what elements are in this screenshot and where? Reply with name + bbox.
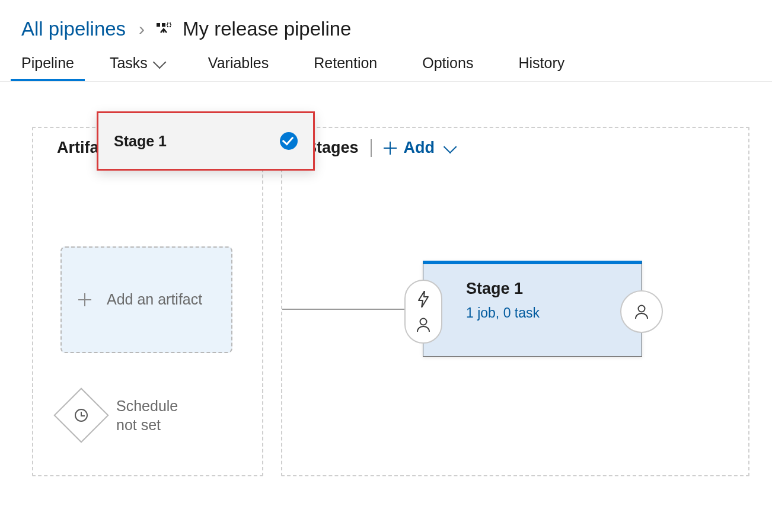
schedule-button[interactable]: Schedule not set bbox=[62, 396, 193, 435]
chevron-down-icon bbox=[153, 55, 167, 69]
post-deploy-conditions[interactable] bbox=[620, 290, 663, 333]
connector-line bbox=[282, 309, 425, 310]
breadcrumb-separator: › bbox=[139, 19, 145, 39]
tab-tasks[interactable]: Tasks bbox=[99, 46, 174, 81]
stages-panel: Stages Add Stage 1 bbox=[281, 127, 749, 476]
tab-tasks-label: Tasks bbox=[110, 55, 148, 72]
tasks-dropdown-item[interactable]: Stage 1 bbox=[97, 111, 315, 171]
stage-name: Stage 1 bbox=[466, 280, 631, 298]
schedule-label: Schedule not set bbox=[116, 396, 193, 435]
tab-history[interactable]: History bbox=[508, 46, 575, 81]
svg-point-4 bbox=[420, 319, 427, 325]
pre-deploy-conditions[interactable] bbox=[404, 280, 442, 344]
plus-icon bbox=[384, 142, 397, 155]
svg-point-5 bbox=[639, 306, 645, 312]
stage-tasks-link[interactable]: 1 job, 0 task bbox=[466, 305, 631, 321]
plus-icon bbox=[78, 293, 91, 306]
add-artifact-placeholder: Add an artifact bbox=[107, 290, 202, 310]
svg-rect-2 bbox=[167, 23, 171, 27]
clock-icon bbox=[75, 409, 88, 422]
svg-rect-0 bbox=[157, 23, 160, 27]
tab-variables[interactable]: Variables bbox=[197, 46, 279, 81]
pipeline-icon bbox=[155, 20, 172, 39]
tab-options[interactable]: Options bbox=[411, 46, 484, 81]
tasks-dropdown-label: Stage 1 bbox=[114, 133, 167, 150]
page-title: My release pipeline bbox=[183, 18, 351, 40]
schedule-icon-frame bbox=[53, 387, 109, 443]
tab-retention[interactable]: Retention bbox=[303, 46, 388, 81]
breadcrumb: All pipelines › My release pipeline bbox=[0, 0, 772, 46]
svg-rect-1 bbox=[162, 23, 165, 27]
person-icon bbox=[416, 317, 431, 332]
artifacts-panel: Artifacts Add Add an artifact Schedule n… bbox=[32, 127, 263, 476]
add-stage-label: Add bbox=[404, 139, 435, 157]
check-icon bbox=[280, 132, 298, 150]
lightning-icon bbox=[417, 291, 429, 307]
add-stage-button[interactable]: Add bbox=[384, 139, 454, 157]
breadcrumb-root[interactable]: All pipelines bbox=[21, 18, 126, 40]
person-icon bbox=[634, 304, 649, 319]
tab-pipeline[interactable]: Pipeline bbox=[11, 46, 85, 81]
tab-bar: Pipeline Tasks Variables Retention Optio… bbox=[0, 46, 772, 82]
add-artifact-slot[interactable]: Add an artifact bbox=[60, 246, 232, 353]
stage-card[interactable]: Stage 1 1 job, 0 task bbox=[423, 261, 642, 357]
stages-header: Stages Add bbox=[306, 139, 454, 157]
divider bbox=[371, 139, 372, 157]
chevron-down-icon bbox=[444, 140, 457, 153]
